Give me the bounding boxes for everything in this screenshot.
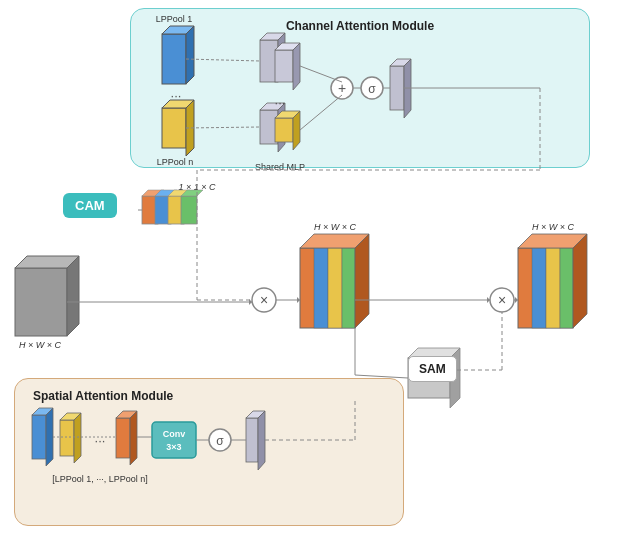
svg-rect-55 [342,248,355,328]
svg-text:×: × [260,292,268,308]
svg-marker-8 [155,190,177,196]
diagram-container: Channel Attention Module Spatial Attenti… [0,0,618,540]
svg-rect-0 [15,268,67,336]
svg-rect-4 [155,196,171,224]
svg-rect-69 [560,248,573,328]
svg-marker-60 [297,297,300,303]
svg-rect-5 [168,196,184,224]
svg-text:H × W × C: H × W × C [532,222,575,232]
svg-marker-70 [518,234,587,248]
svg-point-73 [490,288,514,312]
svg-marker-1 [15,256,79,268]
svg-text:H × W × C: H × W × C [19,340,62,350]
svg-marker-57 [355,234,369,328]
svg-marker-9 [168,190,190,196]
svg-text:H × W × C: H × W × C [314,222,357,232]
svg-rect-52 [300,248,355,328]
svg-text:1 × 1 × C: 1 × 1 × C [178,182,216,192]
svg-rect-68 [546,248,560,328]
svg-point-50 [252,288,276,312]
svg-rect-67 [532,248,546,328]
svg-rect-66 [518,248,573,328]
svg-marker-2 [67,256,79,336]
cam-title: Channel Attention Module [286,19,434,33]
svg-rect-53 [314,248,328,328]
sam-title: Spatial Attention Module [33,389,173,403]
svg-marker-62 [249,299,252,305]
svg-marker-71 [573,234,587,328]
svg-marker-10 [181,190,203,196]
cam-module-box: Channel Attention Module [130,8,590,168]
svg-marker-78 [515,297,518,303]
svg-marker-7 [142,190,164,196]
svg-rect-54 [328,248,342,328]
svg-rect-6 [181,196,197,224]
cam-label: CAM [63,193,117,218]
sam-label: SAM [408,356,457,382]
svg-marker-56 [300,234,369,248]
svg-marker-76 [487,297,490,303]
svg-rect-3 [142,196,158,224]
svg-text:×: × [498,292,506,308]
sam-module-box: Spatial Attention Module [14,378,404,526]
